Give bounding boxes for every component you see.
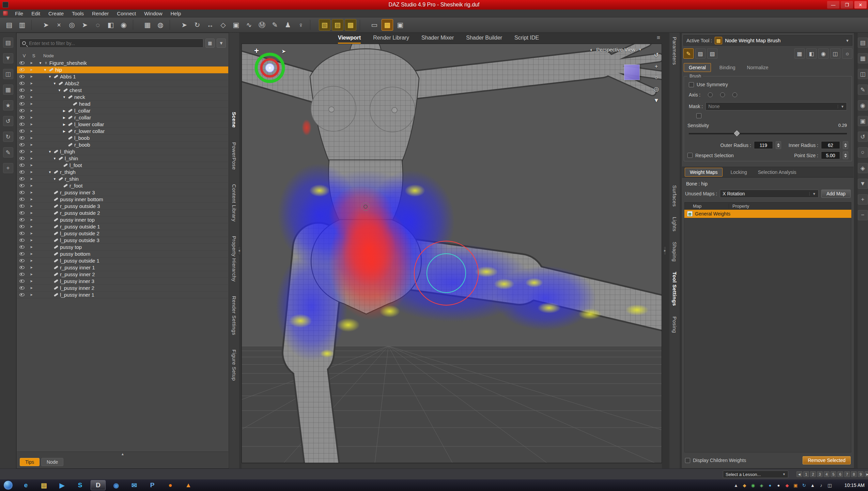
menu-item-file[interactable]: File xyxy=(11,10,27,17)
axis-x-radio[interactable] xyxy=(708,92,713,97)
visibility-eye-icon[interactable] xyxy=(19,150,25,153)
point-size-stepper[interactable] xyxy=(843,151,848,159)
panel-scene-icon[interactable]: ▤ xyxy=(858,38,868,48)
lasso-select-tool[interactable]: ◌ xyxy=(92,19,104,31)
lesson-page-8[interactable]: 8 xyxy=(851,471,857,477)
selectable-pointer-icon[interactable]: ➤ xyxy=(30,95,33,99)
filter-options-button[interactable]: ▼ xyxy=(217,39,226,48)
photoshop-icon[interactable]: P xyxy=(145,480,160,490)
scene-node-row[interactable]: ➤▼chest xyxy=(17,87,228,94)
redo-icon[interactable]: ↻ xyxy=(3,132,13,142)
favorites-icon[interactable]: ★ xyxy=(3,100,13,110)
menu-item-tools[interactable]: Tools xyxy=(68,10,88,17)
visibility-eye-icon[interactable] xyxy=(19,109,25,112)
lesson-page-3[interactable]: 3 xyxy=(817,471,823,477)
visibility-eye-icon[interactable] xyxy=(19,123,25,126)
selectable-pointer-icon[interactable]: ➤ xyxy=(30,116,33,119)
panel-circle-icon[interactable]: ○ xyxy=(858,147,868,158)
right-splitter-handle[interactable]: ► xyxy=(664,246,666,255)
right-tab-shaping[interactable]: Shaping xyxy=(672,242,678,262)
visibility-eye-icon[interactable] xyxy=(19,232,25,235)
erase-brush-mode[interactable]: ▧ xyxy=(707,48,717,59)
panel-add-icon[interactable]: + xyxy=(858,194,868,205)
axis-z-radio[interactable] xyxy=(732,92,737,97)
selectable-pointer-icon[interactable]: ➤ xyxy=(30,245,33,249)
tray-daz-icon[interactable]: ◆ xyxy=(742,483,747,488)
selectable-pointer-icon[interactable]: ➤ xyxy=(30,232,33,235)
selectable-pointer-icon[interactable]: ➤ xyxy=(30,170,33,174)
scene-node-row[interactable]: ➤l_pussy inner 2 xyxy=(17,285,228,292)
panel-frame-icon[interactable]: ▣ xyxy=(858,116,868,126)
point-select-tool[interactable]: ◉ xyxy=(118,19,129,31)
panel-undo-icon[interactable]: ↺ xyxy=(858,132,868,142)
panel-down-icon[interactable]: ▼ xyxy=(858,179,868,189)
scene-node-row[interactable]: ➤r_pussy outside 2 xyxy=(17,210,228,217)
viewport-tab-script-ide[interactable]: Script IDE xyxy=(514,35,539,44)
visibility-eye-icon[interactable] xyxy=(19,259,25,262)
visibility-eye-icon[interactable] xyxy=(19,191,25,194)
left-tab-scene[interactable]: Scene xyxy=(231,112,237,128)
selectable-pointer-icon[interactable]: ➤ xyxy=(30,150,33,153)
translate-tool[interactable]: ↔ xyxy=(204,19,216,31)
expand-arrow-icon[interactable]: ▼ xyxy=(48,75,52,78)
scene-node-row[interactable]: ➤r_pussy inner 1 xyxy=(17,264,228,271)
scene-node-row[interactable]: ➤▼l_thigh xyxy=(17,148,228,155)
visibility-eye-icon[interactable] xyxy=(19,116,25,119)
viewport-tab-shader-mixer[interactable]: Shader Mixer xyxy=(421,35,454,44)
scene-node-row[interactable]: ➤▼Abbs 1 xyxy=(17,73,228,80)
expand-arrow-icon[interactable]: ▼ xyxy=(52,82,57,85)
left-tab-property-hierarchy[interactable]: Property Hierarchy xyxy=(231,236,237,282)
scene-node-row[interactable]: ➤r_pussy outside 1 xyxy=(17,223,228,230)
weight-smooth-tool[interactable]: ▨ xyxy=(332,19,343,31)
lesson-page-6[interactable]: 6 xyxy=(837,471,843,477)
scene-node-row[interactable]: ➤▼neck xyxy=(17,94,228,101)
selectable-pointer-icon[interactable]: ➤ xyxy=(30,102,33,106)
selectable-pointer-icon[interactable]: ➤ xyxy=(30,279,33,283)
mask-dropdown-arrow-icon[interactable]: ▼ xyxy=(838,105,844,108)
menu-item-create[interactable]: Create xyxy=(44,10,68,17)
selectable-pointer-icon[interactable]: ➤ xyxy=(30,184,33,188)
selectable-pointer-icon[interactable]: ➤ xyxy=(30,129,33,133)
panel-save-icon[interactable]: ◫ xyxy=(858,69,868,79)
pan-icon[interactable]: + xyxy=(653,63,659,70)
menu-item-help[interactable]: Help xyxy=(167,10,185,17)
visibility-eye-icon[interactable] xyxy=(19,218,25,221)
scale-tool[interactable]: ◇ xyxy=(217,19,229,31)
scene-node-row[interactable]: ➤r_pussy outside 3 xyxy=(17,203,228,210)
mask-invert-checkbox[interactable] xyxy=(696,113,701,118)
active-tool-arrow-icon[interactable]: ▼ xyxy=(846,39,849,43)
save-file-icon[interactable]: ◫ xyxy=(3,69,13,79)
expand-arrow-icon[interactable]: ▼ xyxy=(48,150,52,153)
outer-radius-stepper[interactable] xyxy=(776,141,781,149)
visibility-eye-icon[interactable] xyxy=(19,143,25,146)
scene-node-row[interactable]: ➤l_pussy outside 1 xyxy=(17,257,228,264)
scene-node-row[interactable]: ➤▼l_shin xyxy=(17,155,228,162)
pointer-tool[interactable]: ➤ xyxy=(179,19,190,31)
node-selection-tool[interactable]: ➤ xyxy=(40,19,52,31)
open-file-icon[interactable]: ▼ xyxy=(3,53,13,63)
figure-tool[interactable]: ♀ xyxy=(295,19,307,31)
selectable-pointer-icon[interactable]: ➤ xyxy=(30,272,33,276)
selectable-pointer-icon[interactable]: ➤ xyxy=(30,238,33,242)
visibility-eye-icon[interactable] xyxy=(19,266,25,269)
expand-arrow-icon[interactable]: ▼ xyxy=(38,61,43,65)
scene-node-row[interactable]: ➤pussy inner bottom xyxy=(17,196,228,203)
scene-bottom-tab-tips[interactable]: Tips xyxy=(20,458,40,466)
scene-node-row[interactable]: ➤l_pussy outside 2 xyxy=(17,230,228,237)
filter-grid-button[interactable]: ▦ xyxy=(205,39,215,48)
expand-arrow-icon[interactable]: ▼ xyxy=(62,95,66,99)
selectable-pointer-icon[interactable]: ➤ xyxy=(30,218,33,222)
selectable-pointer-icon[interactable]: ➤ xyxy=(30,252,33,256)
render-preview-tool[interactable]: ▣ xyxy=(394,19,406,31)
tray-antivirus-icon[interactable]: ◆ xyxy=(784,483,790,488)
scene-node-row[interactable]: ➤r_foot xyxy=(17,182,228,189)
visibility-eye-icon[interactable] xyxy=(19,136,25,139)
menu-item-window[interactable]: Window xyxy=(140,10,166,17)
scene-node-row[interactable]: ➤▼Abbs2 xyxy=(17,80,228,87)
paint-brush-mode[interactable]: ✎ xyxy=(683,48,694,59)
mask-dropdown[interactable]: None ▼ xyxy=(706,102,847,110)
scene-node-row[interactable]: ➤▼hip xyxy=(17,66,228,73)
tool-tab-normalize[interactable]: Normalize xyxy=(744,63,772,72)
sample-weight-icon[interactable]: ◉ xyxy=(818,48,828,59)
scene-node-row[interactable]: ➤l_foot xyxy=(17,162,228,169)
